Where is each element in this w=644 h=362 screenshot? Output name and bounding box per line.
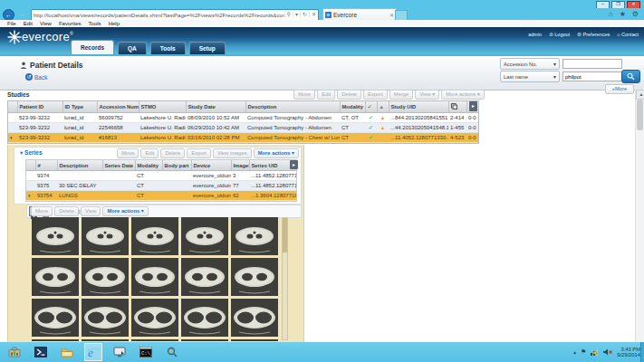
column-header-study-date[interactable]: Study Date [186,101,245,113]
studies-more-actions-button[interactable]: More actions ▾ [441,90,485,100]
network-warning-icon[interactable] [591,348,599,357]
series-delete-button[interactable]: Delete [160,148,185,158]
studies-more-columns-button[interactable]: ▸ [469,101,477,111]
ct-slice-thumbnail[interactable] [181,258,228,296]
home-icon[interactable]: ⌂ [609,9,613,19]
menu-favorites[interactable]: Favorites [55,21,85,26]
ct-slice-thumbnail[interactable] [231,258,278,296]
ct-slice-thumbnail[interactable] [82,217,129,255]
ct-slice-thumbnail[interactable] [231,339,278,341]
table-row[interactable]: 937530 SEC DELAYCTevercore_olduin77...11… [26,181,296,191]
column-header-warning-icon[interactable]: ▲ [377,101,389,113]
forward-button[interactable]: → [16,9,26,19]
thumbnail-scrollbar[interactable] [282,217,288,340]
taskbar-search-tool-icon[interactable] [163,343,181,361]
column-header-series-date[interactable]: Series Date [102,160,135,171]
last-name-dropdown[interactable]: Last name▾ [500,71,560,82]
more-search-fields-button[interactable]: «More [605,84,634,94]
expanded-row-caret-icon[interactable]: ▾ [10,135,13,140]
header-link-preferences[interactable]: ⚙Preferences [577,32,610,37]
series-move-button[interactable]: Move [117,148,139,158]
tab-records[interactable]: Records [71,40,114,54]
series-export-button[interactable]: Export [187,148,211,158]
taskbar-powershell-icon[interactable] [32,343,50,361]
search-button[interactable] [621,70,640,83]
ct-slice-thumbnail[interactable] [32,217,79,255]
tab-close-icon[interactable]: ✕ [389,12,394,18]
ct-slice-thumbnail[interactable] [131,299,178,337]
accession-no-dropdown[interactable]: Accession No.▾ [500,58,560,70]
column-header-images-count-icon[interactable] [448,101,466,113]
favorites-star-icon[interactable]: ★ [620,9,626,19]
ct-slice-thumbnail[interactable] [131,339,178,341]
action-center-flag-icon[interactable]: ⚑ [581,348,586,356]
studies-move-button[interactable]: Move [293,90,315,100]
menu-edit[interactable]: Edit [20,21,36,26]
tray-expand-icon[interactable]: ▴ [573,349,576,355]
table-row[interactable]: ▾523-99-3232lurad_id#16813Lakeshore U. R… [8,133,478,143]
column-header-accession-number[interactable]: Accession Number [97,101,139,113]
studies-export-button[interactable]: Export [363,90,388,100]
ct-slice-thumbnail[interactable] [181,339,228,341]
column-header-modality[interactable]: Modality [340,101,365,113]
ct-slice-thumbnail[interactable] [231,217,278,255]
column-header-patient-id[interactable]: Patient ID [17,101,62,113]
table-row[interactable]: ▾93754LUNGSCTevercore_olduin62...1.3604.… [26,191,296,201]
page-scrollbar[interactable]: ▲ [635,90,644,342]
viewer-delete-button[interactable]: Delete [54,206,79,216]
series-more-columns-button[interactable]: ▸ [290,160,298,169]
viewer-more-actions-button[interactable]: More actions ▾ [102,206,148,216]
series-section-title[interactable]: ▾ Series [20,149,43,157]
taskbar-file-explorer-icon[interactable] [58,343,76,361]
menu-help[interactable]: Help [105,21,123,26]
menu-view[interactable]: View [36,21,55,26]
taskbar-clock[interactable]: 3:43 PM 9/29/2014 [617,347,640,358]
taskbar-internet-explorer-icon[interactable]: e [84,343,102,361]
header-link-logout[interactable]: ⊘Logout [549,32,570,37]
ct-slice-thumbnail[interactable] [82,339,129,341]
back-link[interactable]: ↺ Back [25,73,47,81]
table-row[interactable]: 9374CTevercore_olduin3...11.4852.1280771… [26,171,296,181]
ct-slice-thumbnail[interactable] [181,217,228,255]
taskbar-command-prompt-icon[interactable]: C:\_ [137,343,155,361]
ct-slice-thumbnail[interactable] [32,258,79,296]
search-icon[interactable]: ⚲ [284,12,293,17]
header-link-contact[interactable]: ⌂Contact [617,32,639,37]
browser-tab-evercore[interactable]: e Evercore ✕ [322,8,397,21]
column-header-check-icon[interactable]: ✓ [365,101,377,113]
tab-qa[interactable]: QA [118,42,147,54]
column-header-description[interactable]: Description [57,160,102,171]
settings-gear-icon[interactable]: ⚙ [632,9,639,19]
viewer-view-button[interactable]: View [81,206,101,216]
expanded-row-caret-icon[interactable]: ▾ [28,193,31,198]
table-row[interactable]: 523-99-3232lurad_id22546658Lakeshore U. … [8,123,478,133]
tab-tools[interactable]: Tools [150,42,186,54]
refresh-icon[interactable]: ↻ [300,12,309,17]
viewer-move-button[interactable]: Move [31,206,53,216]
menu-file[interactable]: File [4,21,20,26]
ct-slice-thumbnail[interactable] [32,339,79,341]
url-text[interactable]: http://localhost/vna/views/records/patie… [32,13,284,18]
scroll-up-arrow[interactable]: ▲ [636,90,644,100]
volume-muted-icon[interactable] [603,348,612,357]
column-header--[interactable]: # [35,160,57,171]
column-header-device[interactable]: Device [191,160,231,171]
table-row[interactable]: 523-99-3232lurad_id56009752Lakeshore U. … [8,113,478,123]
column-header-modality[interactable]: Modality [135,160,162,171]
series-edit-button[interactable]: Edit [140,148,159,158]
studies-view-button[interactable]: View ▾ [415,90,439,100]
show-desktop-button[interactable] [640,342,644,362]
ct-slice-thumbnail[interactable] [231,299,278,337]
column-header-images[interactable]: Images [231,160,249,171]
ct-slice-thumbnail[interactable] [131,217,178,255]
scrollbar-thumb[interactable] [637,100,643,130]
taskbar-server-manager-icon[interactable] [5,343,24,361]
ct-slice-thumbnail[interactable] [181,299,228,337]
dropdown-caret-icon[interactable]: ▾ [293,12,300,17]
menu-tools[interactable]: Tools [85,21,105,26]
accession-no-input[interactable] [562,59,622,69]
studies-merge-button[interactable]: Merge [389,90,413,100]
ct-slice-thumbnail[interactable] [131,258,178,296]
studies-delete-button[interactable]: Delete [337,90,361,100]
column-header-body-part[interactable]: Body part [162,160,191,171]
